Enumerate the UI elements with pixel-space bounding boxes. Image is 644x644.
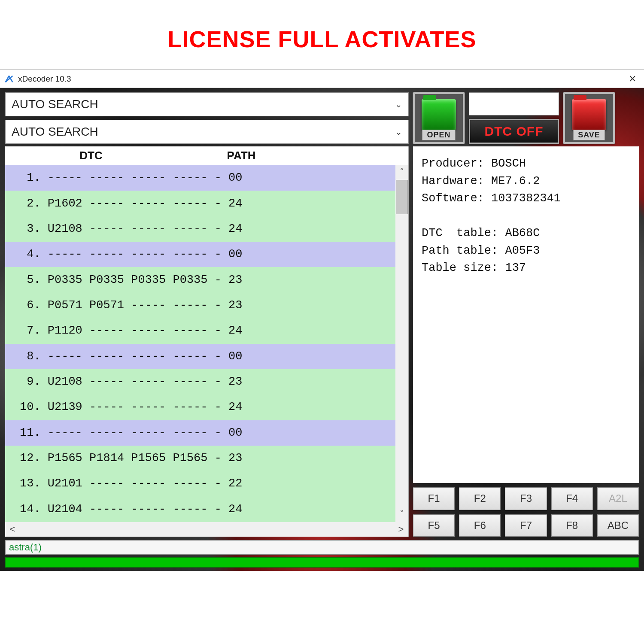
- col-header-dtc: DTC: [5, 149, 177, 162]
- fkey-f2[interactable]: F2: [459, 487, 501, 510]
- window-close-button[interactable]: ✕: [620, 70, 644, 88]
- fkey-f8[interactable]: F8: [551, 514, 593, 537]
- dtc-rows: 1. ----- ----- ----- ----- - 00 2. P1602…: [5, 165, 395, 522]
- fkey-f6[interactable]: F6: [459, 514, 501, 537]
- save-folder-icon: [572, 99, 606, 130]
- title-bar: xDecoder 10.3 ✕: [0, 70, 644, 88]
- app-window: xDecoder 10.3 ✕ AUTO SEARCH ⌄ AUTO SEARC…: [0, 70, 644, 571]
- license-banner: LICENSE FULL ACTIVATES: [0, 0, 644, 70]
- table-row[interactable]: 12. P1565 P1814 P1565 P1565 - 23: [5, 446, 395, 471]
- fkey-f3[interactable]: F3: [505, 487, 547, 510]
- close-icon: ✕: [629, 73, 636, 85]
- save-button-label: SAVE: [573, 130, 605, 140]
- fkey-abc[interactable]: ABC: [597, 514, 639, 537]
- table-row[interactable]: 7. P1120 ----- ----- ----- - 24: [5, 318, 395, 343]
- status-input[interactable]: [5, 540, 639, 555]
- open-button[interactable]: OPEN: [413, 92, 465, 144]
- table-row[interactable]: 14. U2104 ----- ----- ----- - 24: [5, 497, 395, 522]
- progress-bar: [5, 557, 639, 568]
- search-dropdown-2[interactable]: AUTO SEARCH ⌄: [5, 120, 409, 144]
- table-row[interactable]: 9. U2108 ----- ----- ----- - 23: [5, 369, 395, 395]
- dtc-code-input[interactable]: [469, 92, 559, 115]
- window-title: xDecoder 10.3: [18, 74, 620, 84]
- fkey-a2l[interactable]: A2L: [597, 487, 639, 510]
- info-panel: Producer: BOSCH Hardware: ME7.6.2 Softwa…: [413, 146, 639, 483]
- dtc-off-label: DTC OFF: [485, 124, 544, 139]
- table-row[interactable]: 6. P0571 P0571 ----- ----- - 23: [5, 293, 395, 318]
- scroll-down-icon[interactable]: ˅: [395, 507, 408, 522]
- dtc-off-button[interactable]: DTC OFF: [469, 119, 559, 144]
- vertical-scrollbar[interactable]: ˄ ˅: [395, 165, 408, 522]
- horizontal-scrollbar[interactable]: < >: [5, 522, 408, 537]
- scroll-right-icon[interactable]: >: [394, 522, 408, 537]
- table-row[interactable]: 4. ----- ----- ----- ----- - 00: [5, 242, 395, 267]
- search-dropdown-1-label: AUTO SEARCH: [12, 97, 98, 111]
- app-logo-icon: [4, 74, 14, 84]
- dtc-table-panel: DTC PATH 1. ----- ----- ----- ----- - 00…: [5, 146, 409, 537]
- table-row[interactable]: 13. U2101 ----- ----- ----- - 22: [5, 471, 395, 496]
- chevron-down-icon: ⌄: [395, 99, 402, 109]
- scroll-left-icon[interactable]: <: [5, 522, 20, 537]
- fkey-f1[interactable]: F1: [413, 487, 455, 510]
- scroll-up-icon[interactable]: ˄: [395, 165, 408, 180]
- search-dropdown-2-label: AUTO SEARCH: [12, 125, 98, 139]
- table-row[interactable]: 1. ----- ----- ----- ----- - 00: [5, 165, 395, 191]
- open-button-label: OPEN: [422, 130, 455, 140]
- table-row[interactable]: 11. ----- ----- ----- ----- - 00: [5, 420, 395, 446]
- fkey-f4[interactable]: F4: [551, 487, 593, 510]
- chevron-down-icon: ⌄: [395, 127, 402, 137]
- scroll-thumb[interactable]: [396, 180, 408, 214]
- open-folder-icon: [422, 99, 456, 130]
- fkey-f7[interactable]: F7: [505, 514, 547, 537]
- table-row[interactable]: 3. U2108 ----- ----- ----- - 24: [5, 216, 395, 242]
- table-row[interactable]: 5. P0335 P0335 P0335 P0335 - 23: [5, 267, 395, 292]
- col-header-path: PATH: [177, 149, 306, 162]
- save-button[interactable]: SAVE: [563, 92, 615, 144]
- fkey-f5[interactable]: F5: [413, 514, 455, 537]
- table-row[interactable]: 8. ----- ----- ----- ----- - 00: [5, 344, 395, 369]
- table-row[interactable]: 10. U2139 ----- ----- ----- - 24: [5, 395, 395, 420]
- search-dropdown-1[interactable]: AUTO SEARCH ⌄: [5, 92, 409, 116]
- table-row[interactable]: 2. P1602 ----- ----- ----- - 24: [5, 191, 395, 216]
